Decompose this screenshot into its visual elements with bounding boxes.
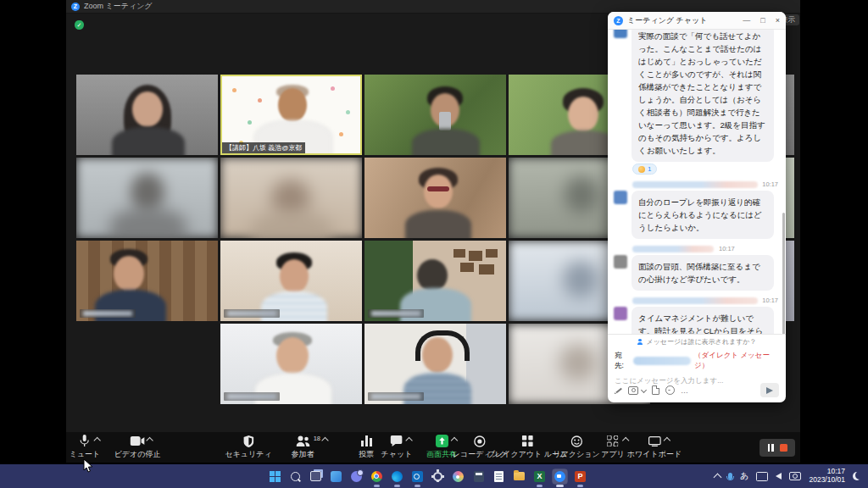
polls-button[interactable]: 投票 <box>359 435 374 460</box>
outlook-button[interactable] <box>410 469 425 484</box>
video-tile[interactable] <box>76 75 218 155</box>
recording-controls <box>760 439 795 457</box>
video-tile-active-speaker[interactable]: 【講師】八坂 義浩@京都 <box>220 75 362 155</box>
edge-button[interactable] <box>390 469 404 484</box>
calculator-button[interactable] <box>471 469 486 484</box>
teams-chat-button[interactable] <box>349 469 364 484</box>
video-tile[interactable] <box>76 158 218 238</box>
screenshot-icon[interactable] <box>628 386 638 395</box>
chat-message-list[interactable]: 実際の面談で「何でも話せてよかった。こんなことまで話せたのははじめて」とおっしゃ… <box>608 30 786 334</box>
taskbar-date: 2023/10/01 <box>809 476 845 485</box>
message-time: 10:17 <box>762 180 778 188</box>
chevron-down-icon[interactable] <box>641 387 647 393</box>
message-bubble: 自分のロープレを即振り返り的確にとらえられるようになるにはどうしたらよいか。 <box>632 191 774 239</box>
stop-video-label: ビデオの停止 <box>114 449 161 460</box>
video-tile[interactable] <box>76 241 218 321</box>
more-compose-options-icon[interactable]: … <box>681 386 689 395</box>
tray-camera-icon[interactable] <box>789 472 801 480</box>
paint-button[interactable] <box>451 469 465 484</box>
message-bubble: タイムマネジメントが難しいです。時計を見るとCLから目をそらしてしまうことになる… <box>632 307 774 334</box>
task-view-icon <box>310 471 321 481</box>
message-reaction[interactable]: 1 <box>632 164 657 175</box>
meeting-chat-window: Z ミーティング チャット — □ × 実際の面談で「何でも話せてよかった。こん… <box>608 12 786 402</box>
tray-display-icon[interactable] <box>756 472 768 481</box>
focus-assist-moon-icon[interactable] <box>853 472 861 480</box>
encryption-shield-icon[interactable]: ✓ <box>75 20 84 30</box>
excel-icon: X <box>534 471 545 482</box>
chat-scrollbar[interactable] <box>782 213 785 334</box>
chat-compose-area: メッセージは誰に表示されますか？ 宛先: （ダイレクト メッセージ） ここにメッ… <box>608 334 786 402</box>
minimize-button[interactable]: — <box>743 17 750 25</box>
maximize-button[interactable]: □ <box>760 17 765 25</box>
video-tile[interactable] <box>364 324 506 404</box>
visibility-note[interactable]: メッセージは誰に表示されますか？ <box>615 337 779 347</box>
avatar <box>614 307 627 320</box>
tray-speaker-icon[interactable] <box>776 473 782 480</box>
video-tile[interactable] <box>220 158 362 238</box>
chat-button[interactable]: チャット <box>381 435 413 460</box>
send-button[interactable] <box>760 383 779 397</box>
ime-indicator[interactable]: あ <box>740 470 748 482</box>
emoji-icon[interactable] <box>665 385 675 395</box>
chat-bubble-icon <box>391 435 403 446</box>
taskbar-search[interactable] <box>288 469 303 484</box>
video-tile[interactable] <box>220 324 362 404</box>
excel-button[interactable]: X <box>532 469 547 484</box>
video-tile[interactable] <box>220 241 362 321</box>
chevron-up-icon[interactable] <box>321 437 328 444</box>
task-view-button[interactable] <box>309 469 323 484</box>
video-camera-icon <box>131 436 145 446</box>
video-tile[interactable] <box>364 158 506 238</box>
notepad-button[interactable] <box>492 469 506 484</box>
taskbar-clock[interactable]: 10:17 2023/10/01 <box>809 468 845 485</box>
pause-recording-button[interactable] <box>768 444 774 452</box>
chat-label: チャット <box>381 449 413 460</box>
start-button[interactable] <box>268 469 282 484</box>
reactions-button[interactable]: リアクション <box>553 435 599 460</box>
video-tile[interactable] <box>364 75 506 155</box>
powerpoint-button[interactable]: P <box>573 469 587 484</box>
close-button[interactable]: × <box>776 17 780 25</box>
search-icon <box>291 472 300 481</box>
attach-file-icon[interactable] <box>652 385 659 395</box>
avatar <box>614 30 627 38</box>
clap-emoji-icon <box>638 166 645 173</box>
security-label: セキュリティ <box>225 449 271 460</box>
apps-button[interactable]: アプリ <box>601 435 625 460</box>
participant-name-label <box>224 309 280 318</box>
security-button[interactable]: セキュリティ <box>225 435 271 460</box>
mute-button[interactable]: ミュート <box>70 435 101 460</box>
chrome-button[interactable] <box>370 469 384 484</box>
whiteboard-button[interactable]: ホワイトボード <box>627 435 682 460</box>
widgets-button[interactable] <box>329 469 343 484</box>
recipient-selector-redacted[interactable] <box>633 357 691 365</box>
chevron-up-icon[interactable] <box>94 437 101 444</box>
participant-name-label <box>368 309 424 318</box>
chat-titlebar[interactable]: Z ミーティング チャット — □ × <box>608 12 786 30</box>
sender-name-redacted <box>632 181 758 188</box>
chat-message: 10:17 自分のロープレを即振り返り的確にとらえられるようになるにはどうしたら… <box>614 180 778 239</box>
stop-recording-button[interactable] <box>780 444 787 452</box>
format-text-icon[interactable] <box>615 386 622 394</box>
chevron-up-icon[interactable] <box>147 437 153 444</box>
video-tile[interactable] <box>364 241 506 321</box>
participants-button[interactable]: 18 参加者 <box>292 435 314 460</box>
participant-count-badge: 18 <box>314 435 320 442</box>
avatar <box>614 255 627 269</box>
chat-message: 10:17 面談の冒頭、関係構築に至るまでの心掛けなど学びたいです。 <box>614 245 778 291</box>
person-icon <box>637 339 643 346</box>
outlook-icon <box>412 471 423 482</box>
chevron-up-icon[interactable] <box>664 437 670 444</box>
message-bubble: 面談の冒頭、関係構築に至るまでの心掛けなど学びたいです。 <box>632 255 774 291</box>
tray-microphone-icon[interactable] <box>728 473 732 480</box>
file-explorer-button[interactable] <box>512 469 526 484</box>
settings-button[interactable] <box>431 469 445 484</box>
chevron-up-icon[interactable] <box>406 437 413 444</box>
folder-icon <box>514 472 525 480</box>
zoom-app-button[interactable] <box>553 469 567 484</box>
tray-overflow-chevron-icon[interactable] <box>714 474 722 482</box>
stop-video-button[interactable]: ビデオの停止 <box>114 435 161 460</box>
gear-icon <box>433 472 442 481</box>
to-label: 宛先: <box>615 351 630 371</box>
polls-label: 投票 <box>359 449 374 460</box>
